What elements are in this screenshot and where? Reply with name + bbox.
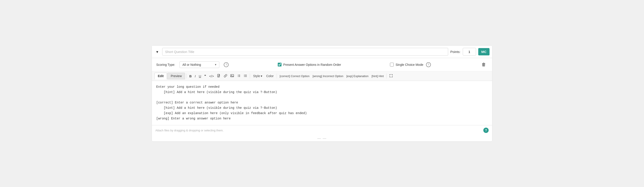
random-order-group[interactable]: Present Answer Options in Random Order — [278, 63, 341, 67]
points-input[interactable]: 1 — [463, 48, 476, 56]
file-icon — [217, 74, 221, 78]
italic-button[interactable]: I — [194, 73, 197, 79]
bold-icon: B — [189, 74, 192, 78]
header-row: ▾ Points: 1 MC — [152, 46, 492, 58]
random-order-label: Present Answer Options in Random Order — [283, 63, 341, 67]
link-button[interactable] — [222, 73, 228, 79]
scoring-help-icon[interactable]: ? — [224, 62, 228, 67]
blockquote-button[interactable]: ❝ — [203, 73, 207, 79]
collapse-button[interactable]: ▾ — [154, 49, 160, 55]
svg-point-5 — [231, 75, 232, 76]
scoring-type-select[interactable]: All or Nothing ▾ — [180, 61, 219, 68]
editor-area[interactable]: Enter your long question if needed [hint… — [152, 81, 492, 125]
color-button[interactable]: Color — [264, 73, 275, 79]
editor-footer: Attach files by dragging & dropping or s… — [152, 125, 492, 135]
code-button[interactable]: </> — [208, 73, 215, 79]
single-choice-group[interactable]: Single Choice Mode ? — [390, 62, 431, 67]
toolbar-separator-1 — [186, 74, 186, 78]
editor-content: Enter your long question if needed [hint… — [156, 84, 488, 121]
explanation-button[interactable]: [exp] Explanation — [345, 74, 370, 79]
svg-point-16 — [244, 75, 244, 76]
question-title-input[interactable] — [162, 48, 448, 56]
image-icon — [230, 74, 234, 78]
bold-button[interactable]: B — [188, 73, 193, 79]
scoring-type-label: Scoring Type: — [156, 63, 175, 67]
style-button[interactable]: Style ▾ — [252, 73, 264, 79]
single-choice-label: Single Choice Mode — [396, 63, 423, 67]
correct-option-button[interactable]: [correct] Correct Option — [278, 74, 311, 79]
blockquote-icon: ❝ — [204, 74, 206, 78]
mc-badge: MC — [478, 48, 490, 55]
random-order-checkbox[interactable] — [278, 63, 282, 67]
ordered-list-button[interactable]: 1 2 3 — [236, 73, 242, 79]
link-icon — [224, 74, 227, 78]
expand-icon — [389, 74, 393, 78]
svg-text:3: 3 — [238, 76, 238, 77]
footer-help-icon[interactable]: ? — [483, 128, 489, 133]
style-label: Style — [253, 74, 260, 78]
code-icon: </> — [209, 74, 214, 78]
attach-instructions: Attach files by dragging & dropping or s… — [155, 129, 224, 132]
style-chevron-icon: ▾ — [261, 74, 262, 78]
toolbar-separator-2 — [250, 74, 250, 78]
single-choice-checkbox[interactable] — [390, 63, 394, 67]
edit-tab[interactable]: Edit — [154, 73, 167, 79]
resize-icon: — — — [317, 136, 327, 140]
unordered-list-icon — [244, 74, 247, 78]
scoring-type-value: All or Nothing — [182, 63, 208, 67]
unordered-list-button[interactable] — [242, 73, 248, 79]
file-button[interactable] — [216, 73, 222, 79]
underline-button[interactable]: U — [198, 73, 202, 79]
delete-button[interactable]: 🗑 — [480, 61, 488, 68]
hint-button[interactable]: [hint] Hint — [370, 74, 385, 79]
expand-button[interactable] — [388, 73, 394, 79]
wrong-option-button[interactable]: [wrong] Incorrect Option — [312, 74, 345, 79]
preview-tab[interactable]: Preview — [167, 73, 185, 79]
svg-point-15 — [244, 74, 244, 75]
svg-point-17 — [244, 76, 244, 77]
toolbar-row: Edit Preview B I U ❝ </> — [152, 71, 492, 81]
underline-icon: U — [199, 74, 201, 78]
points-label: Points: — [450, 50, 460, 54]
options-row: Scoring Type: All or Nothing ▾ ? Present… — [152, 58, 492, 71]
resize-handle[interactable]: — — — [152, 135, 492, 141]
italic-icon: I — [195, 74, 196, 78]
question-card: ▾ Points: 1 MC Scoring Type: All or Noth… — [152, 45, 492, 142]
ordered-list-icon: 1 2 3 — [237, 74, 240, 78]
scoring-chevron-icon: ▾ — [215, 63, 216, 66]
image-button[interactable] — [229, 73, 235, 79]
color-label: Color — [266, 74, 274, 78]
single-choice-help-icon[interactable]: ? — [426, 62, 431, 67]
